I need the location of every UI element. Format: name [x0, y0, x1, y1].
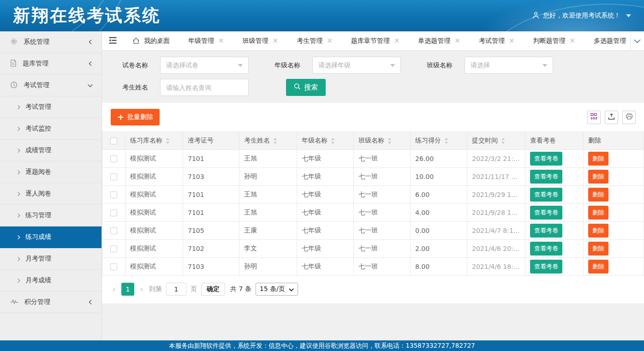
delete-row-button[interactable]: 删除 [588, 206, 608, 220]
cell-time: 2021/4/6 20:... [467, 240, 525, 258]
cell-grade: 七年级 [297, 168, 354, 186]
sidebar-item-7[interactable]: 逐人阅卷 [0, 183, 101, 205]
tabs-overflow-button[interactable] [630, 31, 644, 50]
sidebar-item-8[interactable]: 练习管理 [0, 205, 101, 226]
sidebar-group-0[interactable]: 系统管理 [0, 31, 101, 53]
student-name-input[interactable] [166, 84, 243, 91]
user-menu[interactable]: 您好，欢迎使用考试系统！ [532, 12, 631, 20]
sort-icon[interactable] [501, 138, 505, 144]
table-row: 模拟测试7101王旭七年级七一班4.002021/9/28 1...查看考卷删除 [102, 204, 644, 222]
chevron-down-icon [87, 83, 93, 89]
view-paper-button[interactable]: 查看考卷 [530, 206, 562, 220]
sidebar-toggle-button[interactable] [102, 31, 123, 50]
row-checkbox[interactable] [110, 245, 117, 252]
page-size-select[interactable]: 15 条/页 [256, 283, 298, 296]
row-checkbox[interactable] [110, 263, 117, 270]
cell-time: 2021/4/6 18:... [467, 258, 525, 276]
view-paper-button[interactable]: 查看考卷 [530, 170, 562, 184]
row-checkbox[interactable] [110, 155, 117, 162]
sidebar-item-6[interactable]: 逐题阅卷 [0, 161, 101, 183]
column-header-2[interactable]: 考生姓名 [239, 132, 297, 150]
cell-klass: 七一班 [354, 204, 411, 222]
goto-page-input[interactable] [166, 283, 186, 296]
tab-close-icon[interactable]: × [454, 37, 460, 44]
tab-4[interactable]: 题库章节管理 × [342, 31, 409, 50]
sidebar-item-10[interactable]: 月考管理 [0, 248, 101, 270]
delete-row-button[interactable]: 删除 [588, 170, 608, 184]
print-button[interactable] [622, 111, 636, 124]
chevron-right-icon [16, 105, 21, 110]
view-paper-button[interactable]: 查看考卷 [530, 188, 562, 202]
tab-1[interactable]: 年级管理 × [179, 31, 233, 50]
sidebar-item-3[interactable]: 考试管理 [0, 96, 101, 118]
sort-icon[interactable] [273, 138, 277, 144]
tab-8[interactable]: 多选题管理 × [584, 31, 630, 50]
sort-icon[interactable] [444, 138, 448, 144]
tab-0[interactable]: 我的桌面 [123, 31, 179, 50]
print-icon [626, 113, 633, 121]
tab-2[interactable]: 班级管理 × [233, 31, 288, 50]
delete-row-button[interactable]: 删除 [588, 242, 608, 256]
export-button[interactable] [605, 111, 618, 124]
cell-library: 模拟测试 [125, 150, 183, 168]
exam-paper-select[interactable]: 请选择试卷 [160, 57, 249, 74]
select-all-checkbox[interactable] [110, 137, 117, 144]
column-header-3[interactable]: 年级名称 [297, 132, 354, 150]
tab-6[interactable]: 考试管理 × [470, 31, 524, 50]
column-header-4[interactable]: 班级名称 [354, 132, 411, 150]
sidebar-item-4[interactable]: 考试监控 [0, 118, 101, 140]
delete-row-button[interactable]: 删除 [588, 188, 608, 202]
row-checkbox[interactable] [110, 209, 117, 216]
column-header-6[interactable]: 提交时间 [467, 132, 525, 150]
cell-score: 8.00 [411, 258, 467, 276]
view-paper-button[interactable]: 查看考卷 [530, 224, 562, 238]
delete-row-button[interactable]: 删除 [588, 260, 608, 274]
sidebar-group-1[interactable]: 题库管理 [0, 53, 101, 75]
grade-select[interactable]: 请选择年级 [312, 57, 401, 74]
next-page-button[interactable]: › [138, 285, 145, 294]
delete-row-button[interactable]: 删除 [588, 224, 608, 238]
sidebar-item-5[interactable]: 成绩管理 [0, 140, 101, 161]
tab-close-icon[interactable]: × [218, 37, 224, 44]
column-header-5[interactable]: 练习得分 [411, 132, 467, 150]
confirm-page-button[interactable]: 确定 [201, 283, 225, 296]
page-number-button[interactable]: 1 [121, 283, 134, 296]
column-header-0[interactable]: 练习库名称 [125, 132, 183, 150]
columns-button[interactable] [587, 111, 601, 124]
cell-score: 2.00 [411, 240, 467, 258]
tab-close-icon[interactable]: × [394, 37, 400, 44]
sidebar-group-2[interactable]: 考试管理 [0, 75, 101, 96]
prev-page-button[interactable]: ‹ [111, 285, 117, 294]
column-header-1: 准考证号 [183, 132, 239, 150]
clock-icon [10, 81, 18, 90]
sidebar-item-11[interactable]: 月考成绩 [0, 270, 101, 292]
row-checkbox[interactable] [110, 173, 117, 180]
sort-icon[interactable] [166, 138, 170, 144]
tab-7[interactable]: 判断题管理 × [524, 31, 584, 50]
view-paper-button[interactable]: 查看考卷 [530, 152, 562, 166]
tab-close-icon[interactable]: × [509, 37, 515, 44]
batch-delete-button[interactable]: + 批量删除 [111, 109, 160, 125]
sidebar-item-9[interactable]: 练习成绩 [0, 226, 101, 248]
cell-klass: 七一班 [354, 150, 411, 168]
tab-close-icon[interactable]: × [569, 37, 575, 44]
cell-klass: 七一班 [354, 240, 411, 258]
class-select[interactable]: 请选择 [465, 57, 553, 74]
sidebar-group-12[interactable]: 积分管理 [0, 292, 101, 313]
tab-3[interactable]: 考生管理 × [287, 31, 342, 50]
sort-icon[interactable] [331, 138, 335, 144]
user-icon [532, 12, 539, 20]
cell-ticket: 7105 [183, 222, 239, 240]
view-paper-button[interactable]: 查看考卷 [530, 242, 562, 256]
sort-icon[interactable] [388, 138, 392, 144]
tab-close-icon[interactable]: × [327, 37, 333, 44]
row-checkbox[interactable] [110, 227, 117, 234]
chevron-right-icon [16, 278, 21, 283]
view-paper-button[interactable]: 查看考卷 [530, 260, 562, 274]
tab-5[interactable]: 单选题管理 × [409, 31, 470, 50]
row-checkbox[interactable] [110, 191, 117, 198]
tab-close-icon[interactable]: × [273, 37, 279, 44]
plus-icon: + [117, 113, 124, 121]
delete-row-button[interactable]: 删除 [588, 152, 608, 166]
search-button[interactable]: 搜索 [286, 79, 326, 96]
